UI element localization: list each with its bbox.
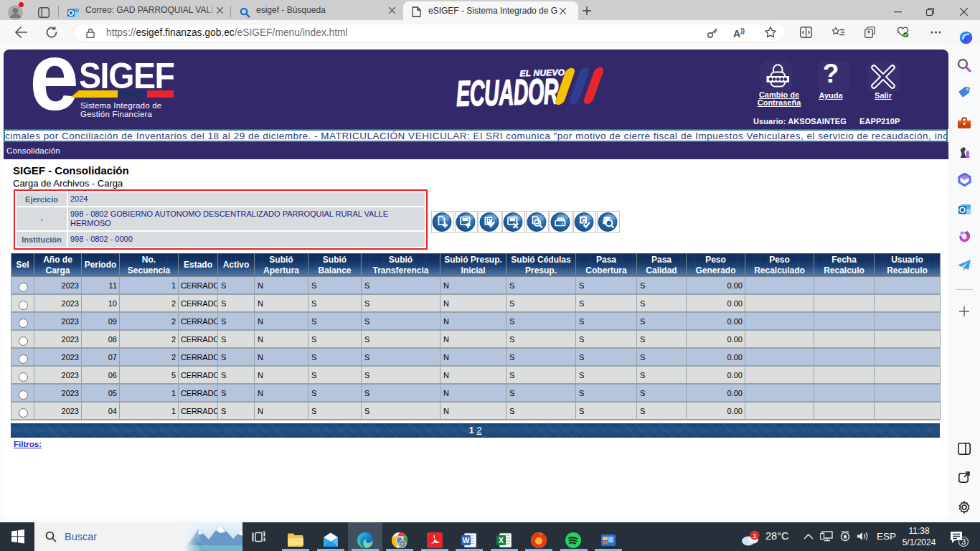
svg-text:1: 1 [753,532,756,540]
svg-text:C: C [581,215,586,223]
svg-text:W: W [463,536,470,545]
svg-text:X: X [499,536,504,545]
svg-text:3: 3 [961,537,966,546]
